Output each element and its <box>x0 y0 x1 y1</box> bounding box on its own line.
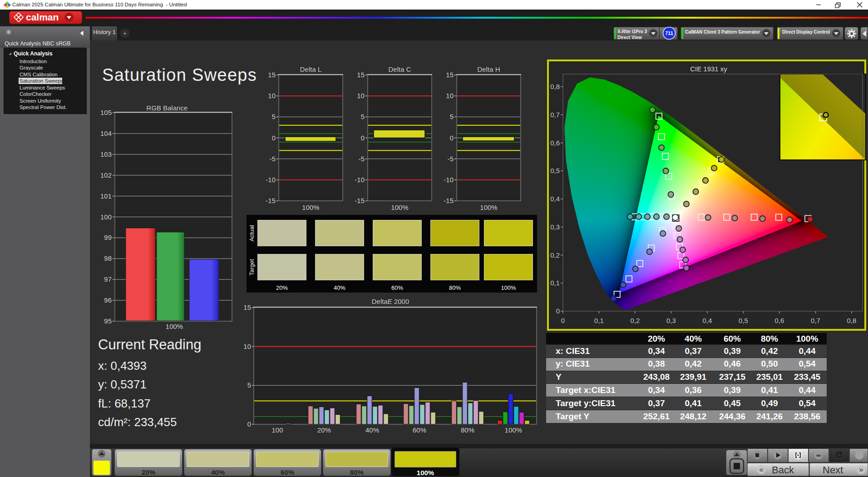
svg-text:711: 711 <box>665 30 673 36</box>
svg-text:15: 15 <box>446 71 454 79</box>
svg-text:95: 95 <box>104 317 112 325</box>
svg-text:100%: 100% <box>166 323 183 330</box>
svg-text:10: 10 <box>268 92 276 99</box>
svg-text:Delta C: Delta C <box>388 65 411 73</box>
svg-text:-10: -10 <box>444 176 454 184</box>
svg-text:-10: -10 <box>355 176 365 184</box>
svg-text:101: 101 <box>100 192 112 200</box>
svg-text:calman: calman <box>26 12 59 22</box>
svg-text:-5: -5 <box>359 155 365 163</box>
svg-text:100%: 100% <box>302 204 319 211</box>
svg-text:15: 15 <box>243 303 251 311</box>
svg-text:0: 0 <box>272 134 276 142</box>
svg-text:60%: 60% <box>413 426 426 434</box>
svg-text:100%: 100% <box>505 426 522 434</box>
svg-text:-15: -15 <box>266 197 276 204</box>
svg-text:103: 103 <box>100 150 112 158</box>
svg-text:-10: -10 <box>266 176 276 184</box>
svg-text:5: 5 <box>272 113 276 120</box>
svg-text:15: 15 <box>268 71 276 79</box>
svg-text:0: 0 <box>247 420 251 428</box>
svg-text:97: 97 <box>104 275 112 283</box>
svg-text:RGB Balance: RGB Balance <box>147 104 188 112</box>
svg-text:96: 96 <box>104 296 112 304</box>
svg-text:80%: 80% <box>461 426 474 434</box>
svg-text:100: 100 <box>271 426 283 434</box>
svg-text:10: 10 <box>446 92 454 99</box>
svg-text:Delta L: Delta L <box>300 65 322 73</box>
svg-text:0: 0 <box>361 134 365 142</box>
svg-text:102: 102 <box>100 171 112 179</box>
svg-text:-15: -15 <box>355 197 365 204</box>
svg-text:99: 99 <box>104 234 112 241</box>
svg-text:10: 10 <box>357 92 365 99</box>
svg-text:Delta H: Delta H <box>477 65 500 73</box>
svg-text:«: « <box>759 465 763 474</box>
svg-text:-15: -15 <box>444 197 454 204</box>
svg-text:5: 5 <box>247 381 251 389</box>
svg-text:98: 98 <box>104 254 112 262</box>
svg-text:0: 0 <box>450 134 454 142</box>
svg-text:5: 5 <box>361 113 365 120</box>
svg-text:15: 15 <box>357 71 365 79</box>
svg-text:-5: -5 <box>270 155 276 163</box>
svg-text:20%: 20% <box>317 426 331 434</box>
svg-text:40%: 40% <box>365 426 379 434</box>
svg-text:100%: 100% <box>480 204 497 211</box>
svg-text:5: 5 <box>450 113 454 120</box>
svg-text:100%: 100% <box>391 204 408 211</box>
svg-text:10: 10 <box>243 343 251 350</box>
svg-text:»: » <box>859 465 863 474</box>
svg-text:105: 105 <box>100 109 112 116</box>
svg-text:DeltaE 2000: DeltaE 2000 <box>372 298 409 305</box>
svg-text:104: 104 <box>100 129 112 137</box>
svg-text:∞: ∞ <box>816 452 821 459</box>
svg-text:-5: -5 <box>448 155 454 163</box>
svg-text:100: 100 <box>100 213 112 221</box>
